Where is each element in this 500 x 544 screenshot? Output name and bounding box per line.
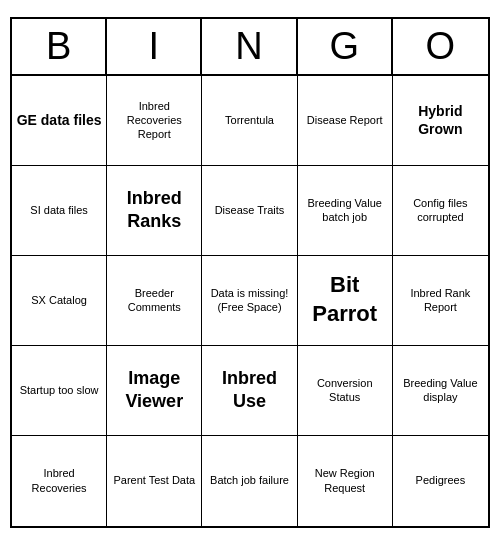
bingo-cell-15: Startup too slow [12, 346, 107, 436]
bingo-letter-i: I [107, 19, 202, 74]
bingo-cell-text-20: Inbred Recoveries [16, 466, 102, 495]
bingo-cell-20: Inbred Recoveries [12, 436, 107, 526]
bingo-cell-24: Pedigrees [393, 436, 488, 526]
bingo-cell-3: Disease Report [298, 76, 393, 166]
bingo-cell-text-2: Torrentula [225, 113, 274, 127]
bingo-cell-13: Bit Parrot [298, 256, 393, 346]
bingo-cell-text-21: Parent Test Data [113, 473, 195, 487]
bingo-cell-text-12: Data is missing! (Free Space) [206, 286, 292, 315]
bingo-cell-text-23: New Region Request [302, 466, 388, 495]
bingo-cell-text-3: Disease Report [307, 113, 383, 127]
bingo-cell-10: SX Catalog [12, 256, 107, 346]
bingo-cell-text-24: Pedigrees [416, 473, 466, 487]
bingo-cell-2: Torrentula [202, 76, 297, 166]
bingo-cell-text-10: SX Catalog [31, 293, 87, 307]
bingo-cell-text-15: Startup too slow [20, 383, 99, 397]
bingo-cell-text-5: SI data files [30, 203, 87, 217]
bingo-cell-4: Hybrid Grown [393, 76, 488, 166]
bingo-cell-text-14: Inbred Rank Report [397, 286, 484, 315]
bingo-cell-text-19: Breeding Value display [397, 376, 484, 405]
bingo-card: BINGO GE data filesInbred Recoveries Rep… [10, 17, 490, 528]
bingo-cell-14: Inbred Rank Report [393, 256, 488, 346]
bingo-cell-text-1: Inbred Recoveries Report [111, 99, 197, 142]
bingo-cell-21: Parent Test Data [107, 436, 202, 526]
bingo-cell-1: Inbred Recoveries Report [107, 76, 202, 166]
bingo-cell-19: Breeding Value display [393, 346, 488, 436]
bingo-cell-text-17: Inbred Use [206, 367, 292, 414]
bingo-cell-8: Breeding Value batch job [298, 166, 393, 256]
bingo-cell-text-9: Config files corrupted [397, 196, 484, 225]
bingo-header: BINGO [12, 19, 488, 76]
bingo-cell-12: Data is missing! (Free Space) [202, 256, 297, 346]
bingo-cell-9: Config files corrupted [393, 166, 488, 256]
bingo-grid: GE data filesInbred Recoveries ReportTor… [12, 76, 488, 526]
bingo-cell-text-4: Hybrid Grown [397, 102, 484, 138]
bingo-cell-text-18: Conversion Status [302, 376, 388, 405]
bingo-cell-16: Image Viewer [107, 346, 202, 436]
bingo-cell-text-16: Image Viewer [111, 367, 197, 414]
bingo-cell-text-0: GE data files [17, 111, 102, 129]
bingo-cell-text-7: Disease Traits [215, 203, 285, 217]
bingo-cell-0: GE data files [12, 76, 107, 166]
bingo-letter-n: N [202, 19, 297, 74]
bingo-cell-11: Breeder Comments [107, 256, 202, 346]
bingo-cell-text-6: Inbred Ranks [111, 187, 197, 234]
bingo-cell-23: New Region Request [298, 436, 393, 526]
bingo-letter-g: G [298, 19, 393, 74]
bingo-cell-text-22: Batch job failure [210, 473, 289, 487]
bingo-cell-18: Conversion Status [298, 346, 393, 436]
bingo-cell-5: SI data files [12, 166, 107, 256]
bingo-letter-o: O [393, 19, 488, 74]
bingo-cell-17: Inbred Use [202, 346, 297, 436]
bingo-cell-text-13: Bit Parrot [302, 271, 388, 328]
bingo-cell-7: Disease Traits [202, 166, 297, 256]
bingo-cell-6: Inbred Ranks [107, 166, 202, 256]
bingo-cell-text-8: Breeding Value batch job [302, 196, 388, 225]
bingo-cell-text-11: Breeder Comments [111, 286, 197, 315]
bingo-cell-22: Batch job failure [202, 436, 297, 526]
bingo-letter-b: B [12, 19, 107, 74]
